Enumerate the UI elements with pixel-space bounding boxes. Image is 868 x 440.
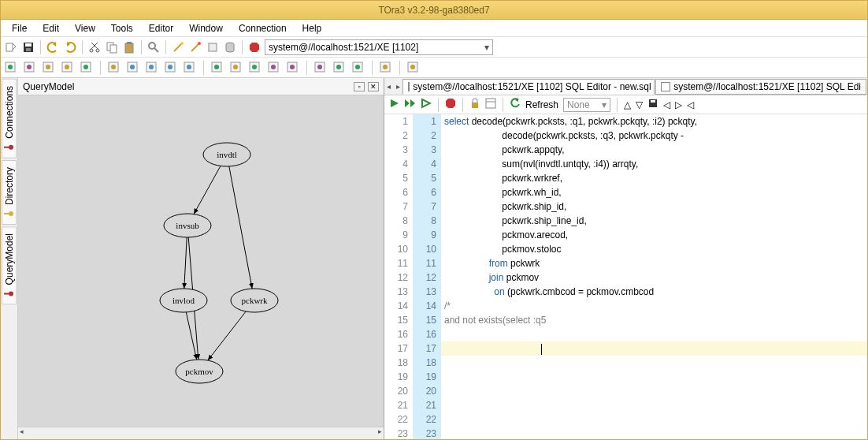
stop-icon[interactable] xyxy=(247,40,262,54)
wand-icon[interactable] xyxy=(171,40,185,54)
delete-row-icon[interactable]: ▽ xyxy=(636,99,643,110)
save-icon[interactable] xyxy=(21,40,35,54)
wand-icon[interactable] xyxy=(42,61,56,75)
timer-icon[interactable] xyxy=(126,61,140,75)
connection-combo[interactable]: system@//localhost:1521/XE [1102] xyxy=(265,39,493,55)
pot-icon[interactable] xyxy=(210,61,224,75)
prev-icon[interactable]: ◁ xyxy=(663,99,670,110)
run-icon[interactable] xyxy=(389,98,400,111)
svg-point-44 xyxy=(214,65,219,69)
query-model-canvas[interactable]: invdtlinvsubinvlodpckwrkpckmov xyxy=(18,95,384,427)
lock-icon[interactable] xyxy=(469,98,480,111)
sidetab-directory[interactable]: Directory xyxy=(2,160,17,225)
svg-point-19 xyxy=(198,42,201,45)
cyl-icon[interactable] xyxy=(80,61,94,75)
code-content[interactable]: select decode(pckwrk.pcksts, :q1, pckwrk… xyxy=(441,114,867,439)
page-icon[interactable] xyxy=(406,61,421,75)
paste-icon[interactable] xyxy=(122,40,136,54)
separator xyxy=(40,40,41,54)
svg-rect-12 xyxy=(125,43,133,53)
separator xyxy=(82,40,83,54)
tab-next-icon[interactable]: ▸ xyxy=(394,82,403,91)
code-editor[interactable]: 1234567891011121314151617181920212223 12… xyxy=(384,114,867,439)
lock-icon[interactable] xyxy=(61,61,75,75)
plan-icon[interactable] xyxy=(485,98,496,111)
search-icon[interactable] xyxy=(147,40,161,54)
next-icon[interactable]: ▷ xyxy=(675,99,682,110)
bolt-icon[interactable] xyxy=(107,61,121,75)
cut-icon[interactable] xyxy=(87,40,102,54)
horizontal-scrollbar[interactable] xyxy=(18,427,384,439)
separator xyxy=(462,98,463,112)
close-icon[interactable]: ✕ xyxy=(368,82,379,91)
svg-point-65 xyxy=(9,211,14,216)
menu-file[interactable]: File xyxy=(4,21,35,35)
chart-icon[interactable] xyxy=(145,61,159,75)
svg-point-6 xyxy=(90,49,93,52)
fold-gutter: 1234567891011121314151617181920212223 xyxy=(413,114,441,439)
last-icon[interactable]: ◁ xyxy=(687,99,694,110)
wand2-icon[interactable] xyxy=(188,40,202,54)
doc-icon[interactable] xyxy=(4,61,18,75)
menu-edit[interactable]: Edit xyxy=(35,21,67,35)
script2-icon[interactable] xyxy=(332,61,347,75)
sidetab-querymodel[interactable]: QueryModel xyxy=(2,226,17,304)
redo-icon[interactable] xyxy=(63,40,77,54)
dock-icon[interactable]: ▫ xyxy=(354,82,365,91)
svg-rect-86 xyxy=(472,103,478,108)
new-connection-icon[interactable] xyxy=(4,40,18,54)
svg-line-69 xyxy=(194,166,221,214)
svg-point-50 xyxy=(271,65,276,69)
globe-icon[interactable] xyxy=(183,61,197,75)
run-step-icon[interactable] xyxy=(405,98,416,111)
query-model-title: QueryModel xyxy=(23,81,74,92)
tool-icon[interactable] xyxy=(206,40,220,54)
tab-prev-icon[interactable]: ◂ xyxy=(384,82,394,91)
menu-view[interactable]: View xyxy=(67,21,103,35)
separator xyxy=(438,98,439,112)
cog-icon[interactable] xyxy=(248,61,262,75)
svg-line-16 xyxy=(174,43,182,51)
globe2-icon[interactable] xyxy=(286,61,300,75)
window-title: TOra3 v3.2-98-ga8380ed7 xyxy=(378,5,489,16)
svg-line-70 xyxy=(229,166,252,289)
svg-point-26 xyxy=(27,65,32,69)
db-icon[interactable] xyxy=(23,61,37,75)
editor-tabs: ◂ ▸ system@//localhost:1521/XE [1102] SQ… xyxy=(384,78,867,95)
svg-point-40 xyxy=(168,65,172,69)
separator xyxy=(617,98,618,112)
menu-editor[interactable]: Editor xyxy=(141,21,181,35)
svg-point-52 xyxy=(290,65,295,69)
target-icon[interactable] xyxy=(267,61,281,75)
menu-tools[interactable]: Tools xyxy=(103,21,141,35)
sidetab-connections[interactable]: Connections xyxy=(2,79,17,158)
insert-row-icon[interactable]: △ xyxy=(624,99,631,110)
refresh-combo[interactable]: None xyxy=(563,98,610,112)
refresh-icon[interactable] xyxy=(510,98,521,111)
run-all-icon[interactable] xyxy=(421,98,432,111)
copy-icon[interactable] xyxy=(105,40,119,54)
svg-point-30 xyxy=(65,65,69,69)
script-icon[interactable] xyxy=(313,61,328,75)
editor-tab[interactable]: system@//localhost:1521/XE [1102] SQL Ed… xyxy=(655,79,866,95)
form-icon[interactable] xyxy=(379,61,393,75)
db-icon[interactable] xyxy=(223,40,237,54)
svg-rect-90 xyxy=(651,100,655,103)
svg-point-46 xyxy=(233,65,238,69)
menu-bar: FileEditViewToolsEditorWindowConnectionH… xyxy=(1,20,867,37)
editor-tab[interactable]: system@//localhost:1521/XE [1102] SQL Ed… xyxy=(402,79,655,95)
main-toolbar: system@//localhost:1521/XE [1102] xyxy=(1,37,867,58)
gear-icon[interactable] xyxy=(229,61,243,75)
script3-icon[interactable] xyxy=(351,61,365,75)
svg-point-56 xyxy=(336,65,341,69)
menu-help[interactable]: Help xyxy=(295,21,330,35)
menu-window[interactable]: Window xyxy=(181,21,231,35)
stop-query-icon[interactable] xyxy=(445,98,456,111)
undo-icon[interactable] xyxy=(46,40,60,54)
editor-panel: ◂ ▸ system@//localhost:1521/XE [1102] SQ… xyxy=(384,78,867,439)
svg-point-14 xyxy=(149,43,155,49)
menu-connection[interactable]: Connection xyxy=(231,21,295,35)
save-changes-icon[interactable] xyxy=(647,98,658,111)
svg-line-2 xyxy=(13,47,16,50)
wand2-icon[interactable] xyxy=(164,61,178,75)
